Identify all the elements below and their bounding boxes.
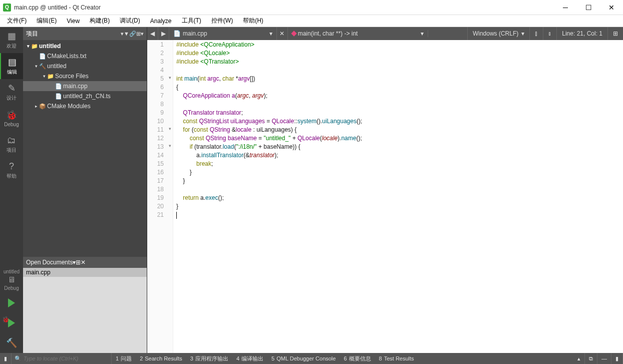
line-number[interactable]: 19 bbox=[147, 194, 173, 203]
line-number[interactable]: 8 bbox=[147, 101, 173, 109]
code-line[interactable] bbox=[176, 67, 620, 75]
mode-编辑[interactable]: ▤编辑 bbox=[0, 53, 23, 79]
mode-设计[interactable]: ✎设计 bbox=[0, 79, 23, 105]
output-pane-概要信息[interactable]: 6 概要信息 bbox=[340, 353, 375, 364]
line-number[interactable]: 2 bbox=[147, 50, 173, 58]
tree-item-CMakeLists.txt[interactable]: 📄CMakeLists.txt bbox=[23, 51, 147, 61]
line-number[interactable]: 9 bbox=[147, 109, 173, 118]
symbol-selector[interactable]: main(int, char **) -> int ▾ bbox=[288, 30, 428, 37]
toggle-sidebar-button[interactable]: ▮ bbox=[0, 353, 12, 364]
output-pane-Search Results[interactable]: 2 Search Results bbox=[136, 353, 186, 364]
code-line[interactable]: return a.exec(); bbox=[176, 194, 620, 203]
line-number[interactable]: 13 bbox=[147, 143, 173, 152]
tree-item-untitled[interactable]: ▾🔨untitled bbox=[23, 61, 147, 71]
mode-项目[interactable]: 🗂项目 bbox=[0, 131, 23, 157]
file-selector[interactable]: 📄 main.cpp ▾ bbox=[169, 27, 277, 40]
tree-twisty-icon[interactable]: ▾ bbox=[41, 74, 47, 79]
output-pane-问题[interactable]: 1 问题 bbox=[112, 353, 136, 364]
menu-2[interactable]: View bbox=[62, 17, 85, 26]
output-pane-应用程序输出[interactable]: 3 应用程序输出 bbox=[186, 353, 232, 364]
output-pane-QML Debugger Console[interactable]: 5 QML Debugger Console bbox=[267, 353, 340, 364]
cursor-position[interactable]: Line: 21, Col: 1 bbox=[556, 27, 607, 40]
project-header-btn-3[interactable]: ⊞ bbox=[136, 31, 141, 37]
code-line[interactable]: a.installTranslator(&translator); bbox=[176, 152, 620, 160]
nav-back-button[interactable]: ◀ bbox=[147, 27, 158, 40]
split-vertical-button[interactable]: ⫿ bbox=[529, 27, 543, 40]
statusbar-right-btn-0[interactable]: ▴ bbox=[573, 353, 585, 364]
menu-6[interactable]: 工具(T) bbox=[177, 16, 206, 26]
line-number[interactable]: 7 bbox=[147, 92, 173, 101]
menu-5[interactable]: Analyze bbox=[145, 17, 177, 26]
line-number[interactable]: 4 bbox=[147, 67, 173, 75]
mode-帮助[interactable]: ?帮助 bbox=[0, 157, 23, 183]
code-line[interactable]: #include <QLocale> bbox=[176, 50, 620, 58]
line-number[interactable]: 1 bbox=[147, 41, 173, 50]
close-file-button[interactable]: ✕ bbox=[277, 27, 288, 40]
code-line[interactable]: #include <QTranslator> bbox=[176, 58, 620, 67]
mode-Debug[interactable]: 🐞Debug bbox=[0, 105, 23, 131]
split-horizontal-button[interactable]: ⫾ bbox=[543, 27, 556, 40]
menu-1[interactable]: 编辑(E) bbox=[32, 16, 62, 26]
line-number[interactable]: 15 bbox=[147, 160, 173, 169]
code-line[interactable]: #include <QCoreApplication> bbox=[176, 41, 620, 50]
code-line[interactable]: if (translator.load(":/i18n/" + baseName… bbox=[176, 143, 620, 152]
nav-forward-button[interactable]: ▶ bbox=[158, 27, 169, 40]
run-button[interactable] bbox=[0, 293, 23, 313]
opendocs-btn-2[interactable]: ✕ bbox=[81, 259, 86, 266]
tree-item-CMake Modules[interactable]: ▸📦CMake Modules bbox=[23, 101, 147, 111]
line-number[interactable]: 12 bbox=[147, 135, 173, 143]
mode-欢迎[interactable]: ▦欢迎 bbox=[0, 27, 23, 53]
output-pane-编译输出[interactable]: 4 编译输出 bbox=[232, 353, 267, 364]
tree-twisty-icon[interactable]: ▾ bbox=[33, 64, 39, 69]
menu-3[interactable]: 构建(B) bbox=[85, 16, 115, 26]
statusbar-right-btn-2[interactable]: — bbox=[597, 353, 611, 364]
tree-twisty-icon[interactable]: ▸ bbox=[33, 104, 39, 109]
editor-extra-button[interactable]: ⊞ bbox=[607, 27, 623, 40]
code-line[interactable]: } bbox=[176, 203, 620, 211]
tree-item-main.cpp[interactable]: 📄main.cpp bbox=[23, 81, 147, 91]
code-line[interactable]: for (const QString &locale : uiLanguages… bbox=[176, 126, 620, 135]
kit-selector[interactable]: untitled 🖥 Debug bbox=[0, 267, 23, 293]
code-line[interactable]: int main(int argc, char *argv[]) bbox=[176, 75, 620, 84]
tree-item-untitled[interactable]: ▾📁untitled bbox=[23, 41, 147, 51]
line-number[interactable]: 11 bbox=[147, 126, 173, 135]
line-gutter[interactable]: 123456789101112131415161718192021 bbox=[147, 40, 173, 353]
locator-input[interactable] bbox=[24, 355, 108, 361]
code-line[interactable] bbox=[176, 211, 620, 220]
project-header-btn-2[interactable]: 🔗 bbox=[129, 31, 136, 37]
menu-0[interactable]: 文件(F) bbox=[2, 16, 32, 26]
project-header-btn-1[interactable]: ▼ bbox=[124, 31, 129, 37]
minimize-button[interactable]: ─ bbox=[554, 0, 577, 15]
line-number[interactable]: 3 bbox=[147, 58, 173, 67]
code-editor[interactable]: #include <QCoreApplication>#include <QLo… bbox=[173, 40, 623, 353]
line-number[interactable]: 20 bbox=[147, 203, 173, 211]
locator[interactable]: 🔍 bbox=[12, 353, 112, 364]
build-button[interactable]: 🔨 bbox=[0, 333, 23, 353]
tree-twisty-icon[interactable]: ▾ bbox=[25, 44, 31, 49]
open-documents-list[interactable]: main.cpp bbox=[23, 268, 147, 353]
run-debug-button[interactable]: 🐞 bbox=[0, 313, 23, 333]
code-line[interactable]: break; bbox=[176, 160, 620, 169]
code-line[interactable]: QTranslator translator; bbox=[176, 109, 620, 118]
tree-item-Source Files[interactable]: ▾📁Source Files bbox=[23, 71, 147, 81]
close-button[interactable]: ✕ bbox=[600, 0, 623, 15]
open-doc-main.cpp[interactable]: main.cpp bbox=[23, 268, 147, 277]
code-line[interactable] bbox=[176, 186, 620, 194]
menu-7[interactable]: 控件(W) bbox=[206, 16, 238, 26]
line-number[interactable]: 14 bbox=[147, 152, 173, 160]
menu-8[interactable]: 帮助(H) bbox=[238, 16, 268, 26]
menu-4[interactable]: 调试(D) bbox=[115, 16, 145, 26]
project-tree[interactable]: ▾📁untitled📄CMakeLists.txt▾🔨untitled▾📁Sou… bbox=[23, 40, 147, 257]
opendocs-btn-1[interactable]: ⊞ bbox=[76, 259, 81, 266]
code-line[interactable]: const QString baseName = "untitled_" + Q… bbox=[176, 135, 620, 143]
statusbar-right-btn-3[interactable]: ▮ bbox=[611, 353, 623, 364]
statusbar-right-btn-1[interactable]: ⧉ bbox=[585, 353, 597, 364]
code-line[interactable]: } bbox=[176, 177, 620, 186]
code-line[interactable] bbox=[176, 101, 620, 109]
code-line[interactable]: } bbox=[176, 169, 620, 177]
line-number[interactable]: 6 bbox=[147, 84, 173, 92]
code-line[interactable]: const QStringList uiLanguages = QLocale:… bbox=[176, 118, 620, 126]
line-number[interactable]: 10 bbox=[147, 118, 173, 126]
line-number[interactable]: 21 bbox=[147, 211, 173, 220]
output-pane-Test Results[interactable]: 8 Test Results bbox=[375, 353, 418, 364]
